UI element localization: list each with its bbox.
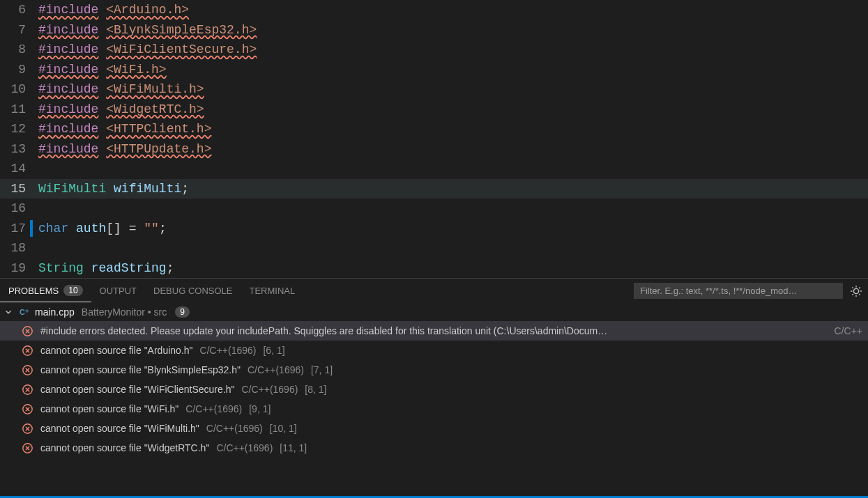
line-number: 9 xyxy=(0,60,38,80)
problem-message: cannot open source file "WiFiClientSecur… xyxy=(40,384,234,395)
problem-item[interactable]: cannot open source file "WiFiClientSecur… xyxy=(0,380,868,399)
tab-output[interactable]: OUTPUT xyxy=(91,280,145,302)
problem-message: cannot open source file "WiFi.h" xyxy=(40,403,178,414)
tab-label: TERMINAL xyxy=(249,286,295,296)
line-number: 7 xyxy=(0,20,38,40)
tab-terminal[interactable]: TERMINAL xyxy=(241,280,303,302)
code-line[interactable]: 14 xyxy=(0,159,868,179)
problem-source: C/C++(1696) xyxy=(200,345,257,356)
bottom-panel: PROBLEMS 10 OUTPUT DEBUG CONSOLE TERMINA… xyxy=(0,278,868,496)
error-icon xyxy=(21,422,33,435)
tab-problems[interactable]: PROBLEMS 10 xyxy=(0,279,91,302)
error-icon xyxy=(21,364,33,376)
line-number: 12 xyxy=(0,119,38,139)
line-number: 17 xyxy=(0,219,38,239)
code-line[interactable]: 9#include <WiFi.h> xyxy=(0,60,868,80)
tab-debug-console[interactable]: DEBUG CONSOLE xyxy=(145,280,241,302)
line-content[interactable]: #include <WiFiClientSecure.h> xyxy=(38,40,257,60)
problem-item[interactable]: cannot open source file "Arduino.h"C/C++… xyxy=(0,341,868,360)
line-content[interactable]: #include <Arduino.h> xyxy=(38,0,189,20)
code-line[interactable]: 17char auth[] = ""; xyxy=(0,219,868,239)
panel-tabs: PROBLEMS 10 OUTPUT DEBUG CONSOLE TERMINA… xyxy=(0,279,868,303)
error-icon xyxy=(21,383,33,396)
code-line[interactable]: 10#include <WiFiMulti.h> xyxy=(0,79,868,100)
line-number: 15 xyxy=(0,179,38,199)
problems-filter-input[interactable] xyxy=(634,283,843,299)
code-line[interactable]: 8#include <WiFiClientSecure.h> xyxy=(0,40,868,60)
chevron-down-icon xyxy=(3,306,14,318)
tab-label: DEBUG CONSOLE xyxy=(153,286,232,296)
file-problem-count: 9 xyxy=(175,306,190,318)
line-number: 13 xyxy=(0,139,38,159)
line-content[interactable]: #include <WidgetRTC.h> xyxy=(38,100,204,120)
error-icon xyxy=(21,344,33,357)
problem-item[interactable]: cannot open source file "WidgetRTC.h"C/C… xyxy=(0,438,868,458)
file-path: BatteryMonitor • src xyxy=(82,306,167,318)
code-line[interactable]: 7#include <BlynkSimpleEsp32.h> xyxy=(0,20,868,40)
line-content[interactable]: String readString; xyxy=(38,258,174,279)
code-line[interactable]: 11#include <WidgetRTC.h> xyxy=(0,100,868,120)
tab-label: PROBLEMS xyxy=(8,286,59,296)
error-icon xyxy=(21,403,33,415)
code-line[interactable]: 18 xyxy=(0,238,868,258)
problem-source: C/C++(1696) xyxy=(185,403,242,414)
problem-item[interactable]: cannot open source file "WiFiMulti.h"C/C… xyxy=(0,419,868,438)
file-name: main.cpp xyxy=(35,306,75,318)
code-editor[interactable]: 6#include <Arduino.h>7#include <BlynkSim… xyxy=(0,0,868,278)
problem-source: C/C++(1696) xyxy=(206,423,263,434)
problem-message: cannot open source file "WidgetRTC.h" xyxy=(40,442,209,453)
problem-source: C/C++(1696) xyxy=(216,442,273,453)
problem-item[interactable]: cannot open source file "BlynkSimpleEsp3… xyxy=(0,360,868,380)
cpp-file-icon: C⁺ xyxy=(18,306,31,318)
line-number: 19 xyxy=(0,258,38,279)
problem-location: [6, 1] xyxy=(263,345,284,356)
code-line[interactable]: 16 xyxy=(0,199,868,219)
line-number: 18 xyxy=(0,238,38,258)
problem-location: [8, 1] xyxy=(305,384,326,395)
problem-location: [10, 1] xyxy=(270,423,297,434)
code-line[interactable]: 15WiFiMulti wifiMulti; xyxy=(0,179,868,199)
problems-count-badge: 10 xyxy=(63,285,82,296)
problem-location: [11, 1] xyxy=(280,442,307,453)
svg-point-0 xyxy=(853,288,858,293)
problems-file-row[interactable]: C⁺ main.cpp BatteryMonitor • src 9 xyxy=(0,303,868,321)
line-number: 8 xyxy=(0,40,38,60)
problem-source: C/C++(1696) xyxy=(241,384,298,395)
problem-message: #include errors detected. Please update … xyxy=(40,325,607,336)
code-line[interactable]: 19String readString; xyxy=(0,258,868,279)
line-content[interactable]: WiFiMulti wifiMulti; xyxy=(38,179,189,199)
line-content[interactable]: #include <WiFiMulti.h> xyxy=(38,79,204,100)
problem-location: [7, 1] xyxy=(311,364,333,375)
problem-item[interactable]: cannot open source file "WiFi.h"C/C++(16… xyxy=(0,399,868,419)
line-content[interactable]: #include <HTTPClient.h> xyxy=(38,119,211,139)
problems-list[interactable]: C⁺ main.cpp BatteryMonitor • src 9 #incl… xyxy=(0,303,868,496)
code-line[interactable]: 13#include <HTTPUpdate.h> xyxy=(0,139,868,159)
line-content[interactable]: #include <WiFi.h> xyxy=(38,60,167,80)
problem-source: C/C++ xyxy=(835,325,862,336)
line-number: 16 xyxy=(0,199,38,219)
code-line[interactable]: 12#include <HTTPClient.h> xyxy=(0,119,868,139)
line-content[interactable]: #include <BlynkSimpleEsp32.h> xyxy=(38,20,257,40)
tab-label: OUTPUT xyxy=(100,286,137,296)
filter-settings-icon[interactable] xyxy=(850,285,862,297)
line-content[interactable]: char auth[] = ""; xyxy=(38,219,167,239)
problem-source: C/C++(1696) xyxy=(248,364,304,375)
problem-item[interactable]: #include errors detected. Please update … xyxy=(0,321,868,341)
error-icon xyxy=(21,325,33,337)
line-content[interactable]: #include <HTTPUpdate.h> xyxy=(38,139,211,159)
line-number: 11 xyxy=(0,100,38,120)
line-number: 10 xyxy=(0,79,38,100)
problem-message: cannot open source file "Arduino.h" xyxy=(40,345,193,356)
error-icon xyxy=(21,442,33,454)
problem-message: cannot open source file "BlynkSimpleEsp3… xyxy=(40,364,241,375)
line-number: 14 xyxy=(0,159,38,179)
line-number: 6 xyxy=(0,0,38,20)
problem-location: [9, 1] xyxy=(249,403,271,414)
code-line[interactable]: 6#include <Arduino.h> xyxy=(0,0,868,20)
problem-message: cannot open source file "WiFiMulti.h" xyxy=(40,423,199,434)
